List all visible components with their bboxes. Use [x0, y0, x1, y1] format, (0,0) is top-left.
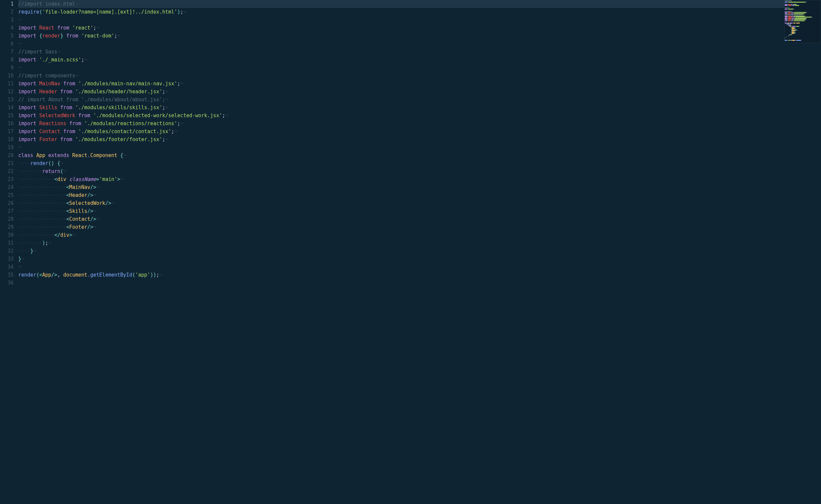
line-number[interactable]: 12: [0, 88, 14, 96]
token: ¬: [18, 40, 21, 48]
line-number[interactable]: 31: [0, 239, 14, 247]
line-number[interactable]: 7: [0, 48, 14, 56]
line-number[interactable]: 21: [0, 159, 14, 167]
line-number[interactable]: 14: [0, 104, 14, 112]
code-line[interactable]: ················<MainNav/>¬: [18, 183, 821, 191]
code-line[interactable]: import Skills from './modules/skills/ski…: [18, 104, 821, 112]
code-line[interactable]: import MainNav from './modules/main-nav/…: [18, 80, 821, 88]
code-line[interactable]: ················<Contact/>¬: [18, 215, 821, 223]
line-number[interactable]: 5: [0, 32, 14, 40]
token: [63, 32, 66, 40]
line-number[interactable]: 35: [0, 271, 14, 279]
line-number[interactable]: 33: [0, 255, 14, 263]
token: from: [63, 80, 75, 88]
token: ¬: [18, 16, 21, 24]
code-line[interactable]: ············</div>¬: [18, 231, 821, 239]
code-line[interactable]: ················<SelectedWork/>¬: [18, 199, 821, 207]
line-number[interactable]: 36: [0, 279, 14, 287]
token: ····: [18, 247, 30, 255]
token: ;: [162, 88, 165, 96]
code-line[interactable]: //import index.html¬: [18, 0, 821, 8]
code-line[interactable]: ¬: [18, 16, 821, 24]
code-line[interactable]: ¬: [18, 40, 821, 48]
line-number[interactable]: 1: [0, 0, 14, 8]
code-line[interactable]: ················<Footer/>¬: [18, 223, 821, 231]
code-editor[interactable]: 1234567891011121314151617181920212223242…: [0, 0, 821, 504]
line-number[interactable]: 25: [0, 191, 14, 199]
token: [57, 135, 60, 143]
token: <: [66, 183, 69, 191]
line-number[interactable]: 16: [0, 120, 14, 127]
token: ¬: [96, 183, 99, 191]
code-line[interactable]: //import components¬: [18, 72, 821, 80]
code-line[interactable]: import SelectedWork from './modules/sele…: [18, 112, 821, 120]
token: from: [78, 112, 90, 120]
code-line[interactable]: //import Sass¬: [18, 48, 821, 56]
code-line[interactable]: import Contact from './modules/contact/c…: [18, 127, 821, 135]
line-number[interactable]: 22: [0, 167, 14, 175]
token: from: [60, 104, 72, 112]
code-line[interactable]: // import About from './modules/about/ab…: [18, 96, 821, 104]
line-number[interactable]: 32: [0, 247, 14, 255]
code-line[interactable]: require('file-loader?name=[name].[ext]!.…: [18, 8, 821, 16]
token: Contact: [69, 215, 90, 223]
code-line[interactable]: ········return(¬: [18, 167, 821, 175]
code-line[interactable]: ················<Skills/>¬: [18, 207, 821, 215]
code-line[interactable]: ········);¬: [18, 239, 821, 247]
token: import: [18, 112, 36, 120]
line-number[interactable]: 9: [0, 64, 14, 72]
code-line[interactable]: import React from 'react';¬: [18, 24, 821, 32]
line-number[interactable]: 27: [0, 207, 14, 215]
code-line[interactable]: import './_main.scss';¬: [18, 56, 821, 64]
token: from: [57, 24, 69, 32]
code-line[interactable]: [18, 279, 821, 287]
line-number[interactable]: 23: [0, 175, 14, 183]
token: 'react-dom': [81, 32, 114, 40]
line-number[interactable]: 34: [0, 263, 14, 271]
token: ················: [18, 223, 66, 231]
token: <: [54, 175, 57, 183]
token: [36, 127, 39, 135]
line-number[interactable]: 19: [0, 143, 14, 151]
line-number[interactable]: 29: [0, 223, 14, 231]
line-number[interactable]: 8: [0, 56, 14, 64]
line-number[interactable]: 10: [0, 72, 14, 80]
minimap[interactable]: [784, 0, 821, 43]
line-number[interactable]: 26: [0, 199, 14, 207]
line-number-gutter[interactable]: 1234567891011121314151617181920212223242…: [0, 0, 18, 504]
code-line[interactable]: import {render} from 'react-dom';¬: [18, 32, 821, 40]
line-number[interactable]: 4: [0, 24, 14, 32]
line-number[interactable]: 3: [0, 16, 14, 24]
code-line[interactable]: ¬: [18, 143, 821, 151]
code-line[interactable]: import Header from './modules/header/hea…: [18, 88, 821, 96]
code-content[interactable]: //import index.html¬require('file-loader…: [18, 0, 821, 504]
line-number[interactable]: 18: [0, 135, 14, 143]
token: ;: [171, 127, 174, 135]
code-line[interactable]: import Footer from './modules/footer/foo…: [18, 135, 821, 143]
code-line[interactable]: ¬: [18, 263, 821, 271]
line-number[interactable]: 15: [0, 112, 14, 120]
token: ¬: [18, 263, 21, 271]
code-line[interactable]: ····}¬: [18, 247, 821, 255]
code-line[interactable]: import Reactions from './modules/reactio…: [18, 120, 821, 127]
code-line[interactable]: }¬: [18, 255, 821, 263]
token: './modules/reactions/reactions': [84, 120, 177, 127]
token: './modules/skills/skills.jsx': [75, 104, 162, 112]
line-number[interactable]: 6: [0, 40, 14, 48]
code-line[interactable]: class App extends React.Component {¬: [18, 151, 821, 159]
code-line[interactable]: ············<div className='main'>¬: [18, 175, 821, 183]
line-number[interactable]: 20: [0, 151, 14, 159]
line-number[interactable]: 28: [0, 215, 14, 223]
line-number[interactable]: 11: [0, 80, 14, 88]
token: Skills: [69, 207, 87, 215]
code-line[interactable]: ················<Header/>¬: [18, 191, 821, 199]
code-line[interactable]: ····render() {¬: [18, 159, 821, 167]
token: >: [69, 231, 72, 239]
code-line[interactable]: render(<App/>, document.getElementById('…: [18, 271, 821, 279]
line-number[interactable]: 13: [0, 96, 14, 104]
line-number[interactable]: 30: [0, 231, 14, 239]
line-number[interactable]: 2: [0, 8, 14, 16]
line-number[interactable]: 17: [0, 127, 14, 135]
line-number[interactable]: 24: [0, 183, 14, 191]
code-line[interactable]: ¬: [18, 64, 821, 72]
